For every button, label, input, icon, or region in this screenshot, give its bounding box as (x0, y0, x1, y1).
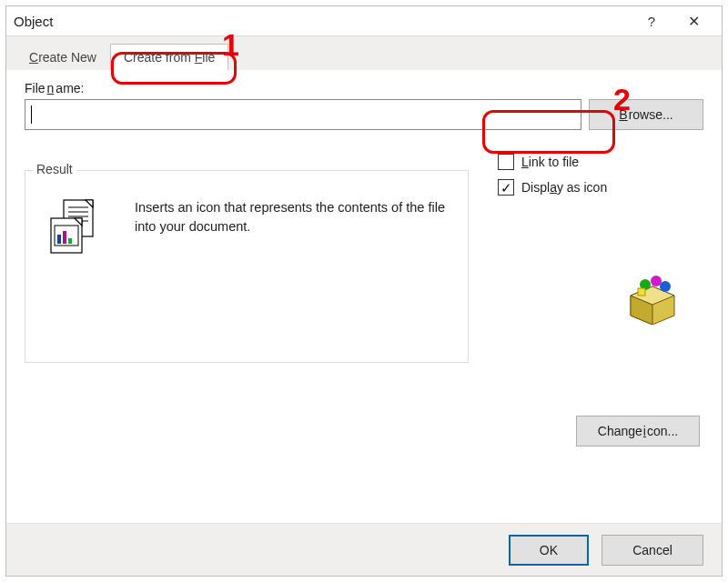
titlebar: Object ? ✕ (6, 6, 722, 35)
svg-rect-18 (638, 288, 645, 296)
checkbox-box (498, 154, 514, 170)
documents-icon (46, 198, 104, 256)
result-legend: Result (33, 162, 76, 176)
package-icon (627, 274, 678, 325)
dialog-title: Object (14, 14, 53, 29)
display-as-icon-checkbox[interactable]: ✓ Display as icon (498, 179, 607, 196)
dialog-content: File name: Browse... Link to file ✓ Disp… (6, 70, 722, 523)
svg-point-16 (651, 276, 662, 286)
svg-point-17 (660, 281, 671, 292)
object-dialog: Object ? ✕ Create New Create from File F… (5, 5, 723, 577)
close-button[interactable]: ✕ (672, 8, 714, 34)
svg-rect-9 (57, 235, 61, 244)
help-button[interactable]: ? (631, 8, 672, 34)
browse-button[interactable]: Browse... (589, 99, 703, 130)
options-group: Link to file ✓ Display as icon (498, 154, 607, 196)
text-caret (31, 105, 32, 124)
result-description: Inserts an icon that represents the cont… (135, 198, 453, 347)
dialog-footer: OK Cancel (6, 523, 722, 576)
tab-create-new[interactable]: Create New (15, 44, 110, 71)
ok-button[interactable]: OK (509, 535, 589, 566)
tabstrip: Create New Create from File (6, 35, 722, 70)
file-name-label: File name: (25, 81, 703, 95)
cancel-button[interactable]: Cancel (602, 535, 703, 566)
checkbox-box: ✓ (498, 179, 514, 196)
file-name-input[interactable] (25, 99, 581, 130)
tab-create-from-file[interactable]: Create from File (110, 44, 228, 71)
change-icon-button[interactable]: Change icon... (576, 416, 700, 447)
svg-rect-10 (63, 231, 66, 244)
link-to-file-checkbox[interactable]: Link to file (498, 154, 607, 170)
svg-rect-11 (68, 238, 72, 244)
result-fieldset: Result Inserts an icon that represents t… (25, 170, 469, 363)
